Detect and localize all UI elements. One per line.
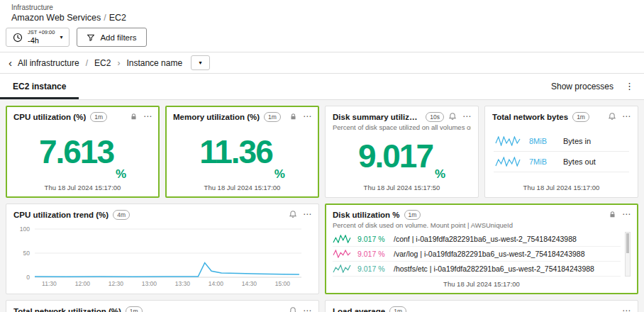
infrastructure-dashboard: Infrastructure Amazon Web Services/EC2 J… <box>0 0 644 312</box>
breadcrumb-separator: / <box>104 13 106 23</box>
card-header: CPU utilization (%) 1m ⋯ <box>13 112 152 122</box>
disk-mount-label: /hostfs/etc | i-0a19fdfa282291ba6_us-wes… <box>394 264 594 273</box>
card-title: Disk summary utilization (%) <box>333 113 421 121</box>
svg-text:13:30: 13:30 <box>175 280 191 287</box>
disk-row-var-log[interactable]: 9.017 % /var/log | i-0a19fdfa282291ba6_u… <box>333 247 621 262</box>
card-title: Total network bytes <box>492 113 568 121</box>
breadcrumb-provider[interactable]: Amazon Web Services <box>11 13 101 23</box>
dashboard-grid: CPU utilization (%) 1m ⋯ 7.613 % Thu 18 … <box>0 100 644 312</box>
tab-ec2-instance[interactable]: EC2 instance <box>0 74 79 99</box>
interval-badge: 4m <box>113 210 130 220</box>
lock-icon <box>289 113 297 121</box>
scrollbar-thumb[interactable] <box>626 233 629 252</box>
interval-badge: 1m <box>90 112 107 122</box>
nav-separator-chevron: › <box>117 58 120 68</box>
tab-actions: Show processes ⋮ <box>541 81 644 99</box>
card-title: Memory utilization (%) <box>173 113 260 121</box>
charts-row: CPU utilization trend (%) 4m ⋯ 05010011:… <box>6 204 638 294</box>
metric-value: 7.613 % <box>13 122 152 182</box>
disk-row-hostfs-etc[interactable]: 9.017 % /hostfs/etc | i-0a19fdfa282291ba… <box>333 262 621 277</box>
nav-separator-slash: / <box>86 58 88 68</box>
svg-text:12:30: 12:30 <box>109 280 124 287</box>
clock-icon <box>13 33 23 43</box>
sparkline <box>333 250 351 258</box>
time-range-label: -4h <box>28 37 39 45</box>
lock-icon <box>130 113 138 121</box>
card-cpu-utilization-trend: CPU utilization trend (%) 4m ⋯ 05010011:… <box>6 204 319 294</box>
network-metrics: 8MiB Bytes in 7MiB Bytes out <box>492 122 631 182</box>
back-button[interactable]: ‹ All infrastructure <box>9 57 79 68</box>
card-menu-button[interactable]: ⋯ <box>303 306 311 312</box>
disk-mount-label: /var/log | i-0a19fdfa282291ba6_us-west-2… <box>394 250 585 258</box>
bell-icon <box>289 306 297 312</box>
sparkline <box>333 235 351 243</box>
metric-timestamp: Thu 18 Jul 2024 15:17:50 <box>333 182 471 191</box>
disk-row-conf[interactable]: 9.017 % /conf | i-0a19fdfa282291ba6_us-w… <box>333 232 621 247</box>
metric-value: 11.36 % <box>173 122 311 182</box>
card-header: Disk utilization % 1m ⋯ <box>333 210 631 220</box>
card-menu-button[interactable]: ⋯ <box>462 112 471 121</box>
scrollbar[interactable] <box>625 232 631 277</box>
card-subtitle: Percent of disk space utilized on all vo… <box>333 123 471 131</box>
interval-badge: 1m <box>404 210 421 220</box>
metric-number: 7.613 <box>39 139 113 165</box>
card-menu-button[interactable]: ⋯ <box>143 112 152 121</box>
back-label: All infrastructure <box>18 58 79 68</box>
metric-unit: % <box>274 167 285 182</box>
metric-timestamp: Thu 18 Jul 2024 15:17:00 <box>13 182 152 191</box>
metric-unit: % <box>435 167 445 182</box>
interval-badge: 1m <box>389 306 406 312</box>
time-range-button[interactable]: JST +09:00 -4h ▾ <box>6 28 70 47</box>
card-menu-button[interactable]: ⋯ <box>622 112 631 121</box>
tab-bar: EC2 instance Show processes ⋮ <box>0 74 644 100</box>
metric-value: 9.017 % <box>333 131 471 182</box>
svg-text:0: 0 <box>26 274 30 281</box>
disk-percent: 9.017 % <box>357 264 387 273</box>
bell-icon <box>448 112 457 121</box>
add-filters-button[interactable]: Add filters <box>77 28 146 47</box>
interval-badge: 1m <box>572 112 589 122</box>
card-total-network-bytes: Total network bytes 1m ⋯ 8MiB Bytes in <box>484 106 638 198</box>
nav-item-ec2[interactable]: EC2 <box>94 58 111 68</box>
metric-number: 9.017 <box>358 143 433 169</box>
card-load-average: Load average 1m ⋯ <box>325 300 638 312</box>
svg-text:15:00: 15:00 <box>275 280 291 287</box>
interval-badge: 10s <box>426 112 444 122</box>
filter-icon <box>87 33 95 42</box>
sparkline <box>495 136 521 146</box>
section-label: Infrastructure <box>11 4 633 11</box>
breadcrumb-service: EC2 <box>109 13 126 23</box>
metric-timestamp: Thu 18 Jul 2024 15:17:00 <box>333 278 631 288</box>
disk-mount-label: /conf | i-0a19fdfa282291ba6_us-west-2_75… <box>394 235 577 243</box>
metric-timestamp: Thu 18 Jul 2024 15:17:00 <box>173 182 311 191</box>
metrics-row: CPU utilization (%) 1m ⋯ 7.613 % Thu 18 … <box>6 106 638 198</box>
metric-label: Bytes in <box>563 137 591 145</box>
svg-text:12:00: 12:00 <box>75 280 91 287</box>
tab-label: EC2 instance <box>13 82 66 91</box>
svg-text:14:30: 14:30 <box>242 280 257 287</box>
card-title: CPU utilization (%) <box>13 113 86 121</box>
bell-icon <box>608 112 616 121</box>
disk-utilization-list: 9.017 % /conf | i-0a19fdfa282291ba6_us-w… <box>333 232 631 278</box>
card-menu-button[interactable]: ⋯ <box>303 210 311 218</box>
show-processes-button[interactable]: Show processes <box>551 82 614 91</box>
card-title: Load average <box>333 307 385 312</box>
instance-dropdown-button[interactable]: ▾ <box>191 55 210 70</box>
entity-nav: ‹ All infrastructure / EC2 › Instance na… <box>0 52 644 74</box>
sparkline <box>333 264 351 273</box>
card-title: Disk utilization % <box>333 211 400 219</box>
card-cpu-utilization: CPU utilization (%) 1m ⋯ 7.613 % Thu 18 … <box>6 106 160 198</box>
caret-down-icon: ▾ <box>60 34 62 40</box>
card-memory-utilization: Memory utilization (%) 1m ⋯ 11.36 % Thu … <box>165 106 319 198</box>
card-header: Total network bytes 1m ⋯ <box>492 112 631 122</box>
network-row-bytes-out[interactable]: 7MiB Bytes out <box>494 152 629 172</box>
metric-label: Bytes out <box>563 157 596 166</box>
card-menu-button[interactable]: ⋯ <box>622 210 631 218</box>
card-menu-button[interactable]: ⋯ <box>303 112 311 121</box>
network-row-bytes-in[interactable]: 8MiB Bytes in <box>494 131 629 152</box>
card-disk-summary-utilization: Disk summary utilization (%) 10s ⋯ Perce… <box>325 106 479 198</box>
svg-text:100: 100 <box>20 225 30 233</box>
svg-text:50: 50 <box>23 250 30 257</box>
card-menu-button[interactable]: ⋯ <box>622 306 631 312</box>
kebab-menu-icon[interactable]: ⋮ <box>625 81 634 91</box>
